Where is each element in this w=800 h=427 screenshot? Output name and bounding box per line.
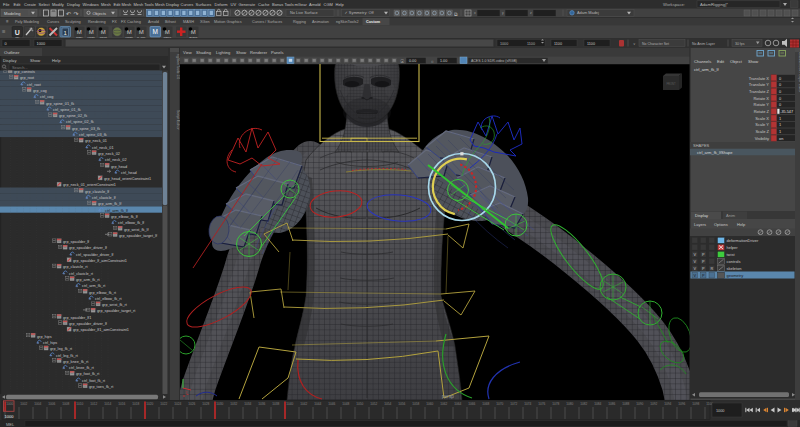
svg-text:grp_arm_fk_rt: grp_arm_fk_rt — [76, 278, 101, 282]
svg-text:ctrl_head: ctrl_head — [121, 171, 137, 175]
svg-text:ctrl_arm_fk_lf: ctrl_arm_fk_lf — [694, 67, 719, 72]
svg-text:UV: UV — [231, 2, 237, 7]
svg-text:grp_neck_01_orientConstraint1: grp_neck_01_orientConstraint1 — [63, 183, 116, 187]
svg-text:30 fps: 30 fps — [735, 42, 745, 46]
svg-text:1070: 1070 — [496, 402, 503, 406]
svg-text:1002: 1002 — [20, 402, 27, 406]
svg-text:AdamRigging|*: AdamRigging|* — [700, 2, 728, 7]
svg-text:grp_head_orientConstraint1: grp_head_orientConstraint1 — [104, 177, 151, 181]
svg-text:xfer: xfer — [15, 36, 19, 39]
svg-text:Modeling: Modeling — [4, 11, 21, 16]
svg-text:Lighting: Lighting — [216, 50, 231, 55]
svg-text:1098: 1098 — [692, 402, 699, 406]
svg-text:1.00: 1.00 — [440, 59, 447, 63]
svg-text:Renderer: Renderer — [250, 50, 268, 55]
svg-text:Mesh Tools: Mesh Tools — [134, 2, 154, 7]
svg-text:grp_neck_02: grp_neck_02 — [98, 152, 120, 156]
svg-text:V: V — [694, 253, 697, 257]
svg-text:ctrl_spine_01_fk: ctrl_spine_01_fk — [53, 108, 81, 112]
svg-text:XGen: XGen — [200, 20, 210, 24]
svg-text:0.00: 0.00 — [409, 59, 416, 63]
svg-text:Options: Options — [714, 222, 728, 227]
svg-text:ctrl_neck_02: ctrl_neck_02 — [105, 158, 127, 162]
svg-text:1100: 1100 — [527, 42, 535, 46]
svg-text:grp_hips: grp_hips — [37, 335, 52, 339]
svg-text:No Anim Layer: No Anim Layer — [692, 42, 716, 46]
svg-text:ctrl_arm_fk_lfShape: ctrl_arm_fk_lfShape — [697, 150, 733, 155]
svg-text:1060: 1060 — [426, 402, 433, 406]
svg-text:P: P — [702, 253, 705, 257]
svg-text:1050: 1050 — [356, 402, 363, 406]
svg-text:Curves: Curves — [181, 2, 194, 7]
svg-text:Bifrost: Bifrost — [165, 20, 177, 24]
svg-text:1088: 1088 — [622, 402, 629, 406]
svg-text:-35.547: -35.547 — [780, 110, 793, 114]
svg-text:1000: 1000 — [500, 42, 508, 46]
svg-text:Poly Modeling: Poly Modeling — [15, 20, 39, 24]
svg-text:M_Wire: M_Wire — [137, 36, 146, 39]
svg-text:Deform: Deform — [215, 2, 229, 7]
svg-text:Shading: Shading — [196, 50, 212, 55]
svg-text:Display: Display — [695, 213, 708, 218]
svg-text:ctrl_elbow_fk_rt: ctrl_elbow_fk_rt — [95, 297, 123, 301]
svg-text:Layers: Layers — [694, 222, 706, 227]
svg-text:M: M — [152, 28, 157, 35]
svg-text:Object: Object — [730, 59, 743, 64]
svg-text:Select: Select — [39, 2, 51, 7]
svg-text:1: 1 — [779, 116, 781, 121]
svg-text:grp_wrist_fk_rt: grp_wrist_fk_rt — [102, 303, 128, 307]
svg-text:1100: 1100 — [587, 42, 595, 46]
svg-text:1036: 1036 — [258, 402, 265, 406]
svg-text:1046: 1046 — [328, 402, 335, 406]
svg-text:1064: 1064 — [454, 402, 461, 406]
svg-text:NoSel: NoSel — [76, 36, 83, 39]
svg-text:V: V — [694, 260, 697, 264]
svg-text:1080: 1080 — [566, 402, 573, 406]
svg-text:grp_elbow_fk_lf: grp_elbow_fk_lf — [111, 215, 139, 219]
svg-text:Adam Madej: Adam Madej — [577, 10, 599, 15]
svg-text:Visibility: Visibility — [755, 136, 769, 141]
svg-text:↶: ↶ — [66, 11, 71, 17]
svg-text:V: V — [694, 274, 697, 278]
svg-text:Script Editor: Script Editor — [176, 110, 180, 130]
svg-text:grp_wrist_fk_lf: grp_wrist_fk_lf — [124, 228, 149, 232]
svg-text:1100: 1100 — [554, 42, 562, 46]
svg-text:grp_spaulder_driver_lf: grp_spaulder_driver_lf — [69, 322, 108, 326]
svg-text:1032: 1032 — [230, 402, 237, 406]
svg-text:1094: 1094 — [664, 402, 671, 406]
svg-text:☼: ☼ — [430, 59, 434, 64]
svg-text:Sculpting: Sculpting — [65, 20, 81, 24]
svg-text:☉: ☉ — [400, 58, 404, 64]
svg-text:ctrl_arm_fk_lf: ctrl_arm_fk_lf — [105, 209, 129, 213]
svg-text:Help: Help — [336, 2, 345, 7]
svg-text:Channels: Channels — [694, 59, 711, 64]
svg-text:ctrl_hips: ctrl_hips — [43, 341, 57, 345]
svg-text:Show: Show — [748, 59, 758, 64]
svg-text:1084: 1084 — [594, 402, 601, 406]
svg-text:grp_spaulder_driver_lf: grp_spaulder_driver_lf — [69, 246, 108, 250]
svg-text:grp_spaulder_lf1: grp_spaulder_lf1 — [63, 316, 91, 320]
svg-text:Arnold: Arnold — [309, 2, 321, 7]
svg-text:1054: 1054 — [384, 402, 391, 406]
svg-text:No Live Surface: No Live Surface — [290, 10, 318, 15]
svg-text:1028: 1028 — [202, 402, 209, 406]
svg-text:MEL: MEL — [6, 422, 15, 427]
svg-text:ctrl_root: ctrl_root — [27, 83, 42, 87]
svg-text:1034: 1034 — [244, 402, 251, 406]
svg-text:Rigging: Rigging — [293, 20, 306, 24]
svg-text:1058: 1058 — [412, 402, 419, 406]
svg-text:Locate: Locate — [88, 36, 96, 39]
svg-text:1: 1 — [779, 122, 781, 127]
svg-text:ctrl_clavicle_lf: ctrl_clavicle_lf — [92, 196, 117, 200]
svg-text:Show: Show — [236, 50, 246, 55]
svg-text:↷: ↷ — [74, 11, 79, 17]
svg-text:Rotate X: Rotate X — [753, 96, 769, 101]
svg-text:Translate Z: Translate Z — [749, 89, 770, 94]
svg-text:Animation: Animation — [312, 20, 329, 24]
svg-text:Help: Help — [737, 222, 746, 227]
svg-text:1020: 1020 — [146, 402, 153, 406]
svg-text:FX: FX — [112, 20, 117, 24]
svg-text:1000: 1000 — [5, 414, 15, 419]
svg-text:Outliner: Outliner — [4, 50, 20, 55]
svg-text:grp_spine_03_fk: grp_spine_03_fk — [72, 127, 100, 131]
